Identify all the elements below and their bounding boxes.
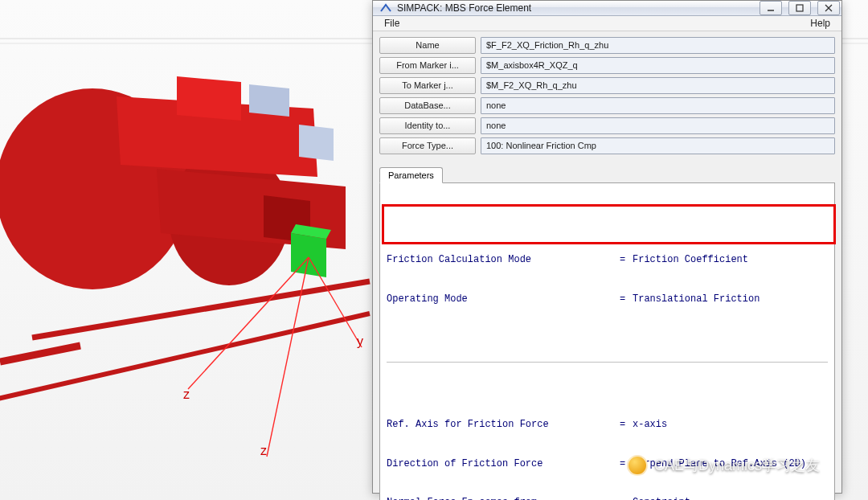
svg-line-16 xyxy=(267,257,309,457)
menu-help[interactable]: Help xyxy=(804,16,837,31)
watermark-icon xyxy=(627,455,648,476)
app-icon xyxy=(379,2,392,14)
maximize-button[interactable] xyxy=(788,1,811,15)
force-element-dialog: SIMPACK: MBS Force Element File Help Nam… xyxy=(372,0,842,494)
field-force-type[interactable]: 100: Nonlinear Friction Cmp xyxy=(481,137,835,154)
label-identity-to[interactable]: Identity to... xyxy=(379,117,476,134)
label-from-marker[interactable]: From Marker i... xyxy=(379,57,476,74)
param-val: x-axis xyxy=(633,418,667,431)
param-key: Direction of Friction Force xyxy=(387,457,620,470)
window-title: SIMPACK: MBS Force Element xyxy=(397,2,753,14)
axis-z-label-2: z xyxy=(260,444,267,457)
watermark-text: CAE与Dynamics学习之友 xyxy=(654,456,820,475)
svg-line-15 xyxy=(309,257,362,347)
minimize-button[interactable] xyxy=(760,1,782,15)
close-button[interactable] xyxy=(817,1,840,15)
axis-z-label-1: z xyxy=(183,387,190,401)
label-name[interactable]: Name xyxy=(379,37,476,54)
menu-file[interactable]: File xyxy=(378,16,406,31)
field-database[interactable]: none xyxy=(481,97,835,114)
param-val: Friction Coefficient xyxy=(633,253,748,266)
field-to-marker[interactable]: $M_F2_XQ_Rh_q_zhu xyxy=(481,77,835,94)
svg-marker-9 xyxy=(177,76,241,121)
tab-strip: Parameters xyxy=(379,166,835,183)
field-from-marker[interactable]: $M_axisbox4R_XQZ_q xyxy=(481,57,835,74)
svg-rect-19 xyxy=(796,5,803,11)
param-key: Ref. Axis for Friction Force xyxy=(387,418,620,431)
param-key: Friction Calculation Mode xyxy=(387,253,620,266)
svg-marker-10 xyxy=(249,84,289,117)
axis-y-label: y xyxy=(357,334,363,348)
param-val: Constraint xyxy=(633,496,690,500)
parameters-panel[interactable]: Friction Calculation Mode= Friction Coef… xyxy=(379,183,835,500)
tab-parameters[interactable]: Parameters xyxy=(379,167,443,183)
menubar: File Help xyxy=(373,16,841,31)
watermark: CAE与Dynamics学习之友 xyxy=(627,455,820,476)
svg-line-3 xyxy=(0,346,80,362)
label-force-type[interactable]: Force Type... xyxy=(379,137,476,154)
titlebar[interactable]: SIMPACK: MBS Force Element xyxy=(373,1,841,16)
label-to-marker[interactable]: To Marker j... xyxy=(379,77,476,94)
field-identity-to[interactable]: none xyxy=(481,117,835,134)
svg-marker-11 xyxy=(299,125,334,161)
field-name[interactable]: $F_F2_XQ_Friction_Rh_q_zhu xyxy=(481,37,835,54)
form-area: Name $F_F2_XQ_Friction_Rh_q_zhu From Mar… xyxy=(373,31,841,158)
param-key: Operating Mode xyxy=(387,293,620,305)
param-key: Normal Force Fn comes from xyxy=(387,496,620,500)
svg-line-2 xyxy=(32,281,370,338)
param-val: Translational Friction xyxy=(633,293,760,305)
label-database[interactable]: DataBase... xyxy=(379,97,476,114)
